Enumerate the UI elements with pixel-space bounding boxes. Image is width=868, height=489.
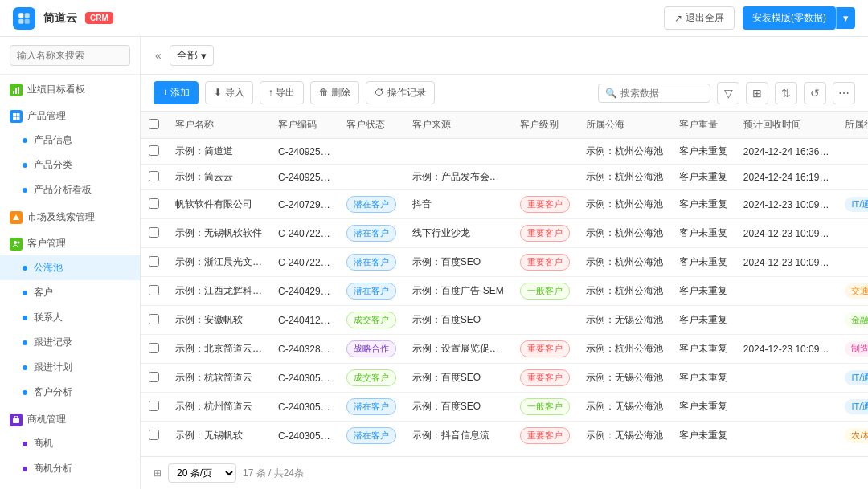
cell-customer-name: 示例：简道道 (167, 139, 270, 165)
sidebar-item-customer-analysis[interactable]: 客户分析 (0, 380, 140, 405)
filter-icon: ▽ (724, 87, 733, 100)
row-checkbox[interactable] (149, 171, 159, 181)
select-all-checkbox[interactable] (149, 119, 159, 129)
columns-button[interactable]: ⊞ (746, 82, 768, 104)
breadcrumb-select[interactable]: 全部 ▾ (170, 45, 214, 66)
cell-level (512, 306, 578, 335)
cell-customer-code: C-240925… (270, 165, 338, 190)
header-checkbox[interactable] (141, 112, 167, 139)
product-section-icon (10, 110, 23, 123)
row-checkbox-cell[interactable] (141, 450, 167, 457)
cell-recycle-time (735, 450, 837, 457)
row-checkbox[interactable] (149, 401, 159, 411)
sidebar-item-product-category[interactable]: 产品分类 (0, 153, 140, 177)
delete-button[interactable]: 🗑 删除 (310, 81, 359, 104)
status-badge: 潜在客户 (346, 254, 396, 271)
sidebar-item-sea-pool[interactable]: 公海池 (0, 255, 140, 280)
industry-badge: 金融业 (845, 312, 868, 328)
row-checkbox-cell[interactable] (141, 364, 167, 393)
col-customer-source: 客户来源 (404, 112, 512, 139)
col-industry: 所属行业 (837, 112, 868, 139)
sidebar-item-order-header[interactable]: 订单管理 (0, 481, 140, 489)
row-checkbox[interactable] (149, 343, 159, 353)
sidebar-search-input[interactable] (10, 45, 130, 66)
table-row: 示例：无锡简道云 C-240305… 潜在客户 示例：无锡公海池 客户未重复 交… (141, 450, 868, 457)
sidebar-item-merchant-header[interactable]: 商机管理 (0, 405, 140, 431)
row-checkbox[interactable] (149, 198, 159, 209)
row-checkbox[interactable] (149, 430, 159, 440)
sidebar-item-product-analysis[interactable]: 产品分析看板 (0, 177, 140, 202)
row-checkbox-cell[interactable] (141, 248, 167, 277)
install-template-button[interactable]: 安装模版(零数据) (743, 6, 836, 30)
cell-sea-pool: 示例：杭州公海池 (578, 248, 671, 277)
cell-sea-pool: 示例：杭州公海池 (578, 335, 671, 364)
sidebar-item-follow-plan[interactable]: 跟进计划 (0, 355, 140, 380)
import-button[interactable]: ⬇ 导入 (205, 81, 252, 104)
row-checkbox-cell[interactable] (141, 306, 167, 335)
row-checkbox[interactable] (149, 145, 159, 156)
row-checkbox[interactable] (149, 256, 159, 267)
row-checkbox-cell[interactable] (141, 219, 167, 248)
cell-customer-name: 示例：江西龙辉科… (167, 277, 270, 306)
row-checkbox-cell[interactable] (141, 393, 167, 422)
status-badge: 成交客户 (346, 312, 396, 328)
row-checkbox-cell[interactable] (141, 139, 167, 165)
sidebar-item-merchant-analysis[interactable]: 商机分析 (0, 456, 140, 481)
row-checkbox-cell[interactable] (141, 165, 167, 190)
cell-level: 重要客户 (512, 219, 578, 248)
section-customer: 客户管理 公海池 客户 联系人 跟进记录 跟进计划 (0, 229, 140, 405)
more-icon: ⋯ (838, 87, 850, 100)
follow-record-dot (23, 340, 27, 345)
add-button[interactable]: + 添加 (154, 81, 199, 104)
row-checkbox[interactable] (149, 285, 159, 295)
cell-sea-pool: 示例：杭州公海池 (578, 277, 671, 306)
row-checkbox[interactable] (149, 314, 159, 324)
cell-level: 重要客户 (512, 335, 578, 364)
per-page-select[interactable]: 20 条/页 50 条/页 100 条/页 (168, 463, 236, 483)
add-label: + 添加 (162, 86, 190, 100)
sidebar-item-customer[interactable]: 客户 (0, 280, 140, 305)
cell-industry: 农/林/牧/渔业 (837, 422, 868, 450)
topbar: 简道云 CRM ↗ 退出全屏 安装模版(零数据) ▾ (0, 0, 868, 37)
cell-industry (837, 219, 868, 248)
sidebar-item-contact[interactable]: 联系人 (0, 305, 140, 330)
cell-industry: 制造业 (837, 335, 868, 364)
collapse-sidebar-button[interactable]: « (154, 47, 163, 63)
row-checkbox[interactable] (149, 372, 159, 382)
row-checkbox-cell[interactable] (141, 277, 167, 306)
cell-dup: 客户未重复 (671, 364, 735, 393)
exit-fullscreen-button[interactable]: ↗ 退出全屏 (664, 6, 735, 30)
row-checkbox-cell[interactable] (141, 190, 167, 219)
sidebar-item-product-info[interactable]: 产品信息 (0, 128, 140, 153)
cell-source: 示例：百度SEO (404, 364, 512, 393)
refresh-button[interactable]: ↺ (804, 82, 826, 104)
sidebar-item-customer-header[interactable]: 客户管理 (0, 229, 140, 255)
status-badge: 战略合作 (346, 340, 396, 357)
more-button[interactable]: ⋯ (833, 82, 855, 104)
sidebar-item-market-header[interactable]: 市场及线索管理 (0, 202, 140, 229)
level-badge: 重要客户 (520, 225, 570, 242)
data-table-container: 客户名称 客户编码 客户状态 客户来源 客户级别 所属公海 客户重量 预计回收时… (141, 112, 868, 456)
export-button[interactable]: ↑ 导出 (260, 81, 304, 104)
row-checkbox-cell[interactable] (141, 335, 167, 364)
row-checkbox[interactable] (149, 227, 159, 238)
install-dropdown-button[interactable]: ▾ (836, 7, 855, 29)
row-checkbox-cell[interactable] (141, 422, 167, 450)
operation-record-button[interactable]: ⏱ 操作记录 (366, 81, 434, 104)
sidebar-item-target[interactable]: 业绩目标看板 (0, 75, 140, 101)
cell-dup: 客户未重复 (671, 277, 735, 306)
cell-status: 潜在客户 (338, 393, 404, 422)
target-section-icon (10, 84, 23, 96)
market-section-label: 市场及线索管理 (27, 210, 95, 224)
status-badge: 潜在客户 (346, 225, 396, 242)
search-input[interactable] (620, 88, 701, 99)
customer-dot (23, 291, 27, 295)
filter-button[interactable]: ▽ (717, 82, 739, 104)
sidebar-item-product-header[interactable]: 产品管理 (0, 101, 140, 128)
sidebar-item-follow-record[interactable]: 跟进记录 (0, 330, 140, 355)
delete-label: 🗑 删除 (319, 86, 350, 100)
breadcrumb-label: 全部 (177, 48, 198, 63)
sidebar-item-merchant-opp[interactable]: 商机 (0, 431, 140, 456)
table-row: 示例：简道道 C-240925… 示例：杭州公海池 客户未重复 2024-12-… (141, 139, 868, 165)
sort-button[interactable]: ⇅ (775, 82, 797, 104)
